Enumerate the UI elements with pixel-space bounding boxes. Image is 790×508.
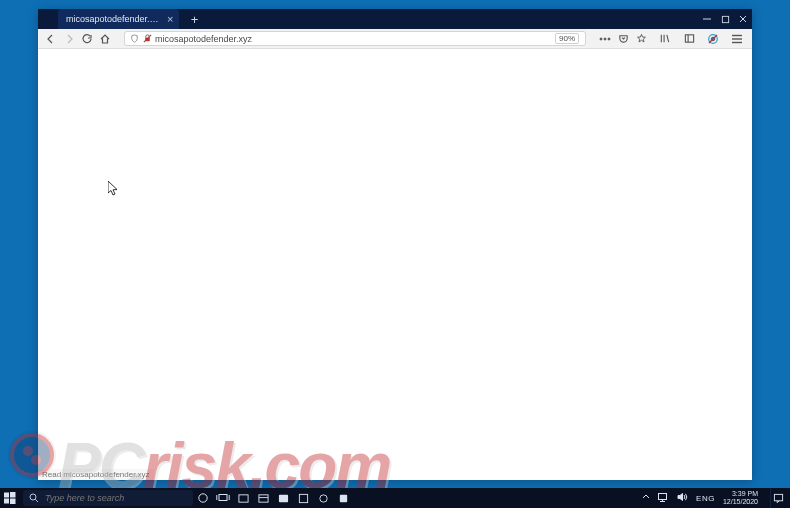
svg-rect-31 (258, 494, 267, 501)
save-pocket-icon[interactable] (616, 32, 630, 46)
svg-rect-21 (10, 492, 16, 498)
cortana-icon[interactable] (193, 488, 213, 508)
shield-icon (129, 34, 139, 44)
firefox-window: micosapotodefender.xyz/ × + (38, 9, 752, 480)
taskbar-app-1[interactable] (233, 488, 253, 508)
tab-close-icon[interactable]: × (167, 13, 173, 25)
svg-point-6 (600, 38, 602, 40)
titlebar: micosapotodefender.xyz/ × + (38, 9, 752, 29)
window-controls (698, 9, 752, 29)
svg-rect-23 (10, 499, 16, 505)
svg-rect-22 (4, 499, 9, 504)
toolbar-right (658, 32, 744, 46)
clock-date: 12/15/2020 (723, 498, 758, 506)
address-bar[interactable]: 90% (124, 31, 586, 46)
svg-rect-20 (4, 493, 9, 498)
svg-point-26 (199, 494, 207, 502)
sidebar-icon[interactable] (682, 32, 696, 46)
start-button[interactable] (0, 488, 20, 508)
window-minimize-button[interactable] (698, 9, 716, 29)
taskbar-app-5[interactable] (313, 488, 333, 508)
tray-chevron-icon[interactable] (642, 493, 650, 503)
svg-rect-34 (299, 494, 307, 502)
svg-rect-30 (238, 494, 247, 501)
svg-rect-27 (219, 495, 227, 501)
status-bar: Read micosapotodefender.xyz (38, 469, 154, 480)
extension-icon[interactable] (706, 32, 720, 46)
window-close-button[interactable] (734, 9, 752, 29)
page-content: Read micosapotodefender.xyz (38, 49, 752, 480)
svg-rect-35 (339, 494, 346, 501)
svg-rect-36 (659, 493, 667, 499)
url-input[interactable] (155, 32, 555, 45)
window-maximize-button[interactable] (716, 9, 734, 29)
browser-tab[interactable]: micosapotodefender.xyz/ × (58, 9, 179, 29)
svg-point-24 (30, 494, 36, 500)
svg-rect-33 (278, 494, 287, 501)
clock-time: 3:39 PM (732, 490, 758, 498)
svg-point-7 (604, 38, 606, 40)
menu-icon[interactable] (730, 32, 744, 46)
taskbar-app-2[interactable] (253, 488, 273, 508)
svg-rect-12 (685, 35, 693, 42)
svg-point-8 (608, 38, 610, 40)
svg-line-25 (35, 499, 38, 502)
tab-title: micosapotodefender.xyz/ (66, 14, 161, 24)
new-tab-button[interactable]: + (185, 11, 203, 27)
search-icon (29, 493, 39, 503)
tray-language[interactable]: ENG (696, 494, 715, 503)
taskbar-search[interactable] (23, 490, 193, 506)
svg-rect-39 (774, 494, 782, 500)
taskbar-app-4[interactable] (293, 488, 313, 508)
zoom-level[interactable]: 90% (555, 33, 579, 44)
bookmark-star-icon[interactable] (634, 32, 648, 46)
tray-clock[interactable]: 3:39 PM 12/15/2020 (723, 490, 762, 506)
tray-volume-icon[interactable] (677, 492, 688, 504)
library-icon[interactable] (658, 32, 672, 46)
taskbar-app-6[interactable] (333, 488, 353, 508)
action-center-icon[interactable] (770, 488, 786, 508)
taskbar: ENG 3:39 PM 12/15/2020 (0, 488, 790, 508)
toolbar: 90% (38, 29, 752, 49)
page-actions-icon[interactable] (598, 32, 612, 46)
taskbar-app-3[interactable] (273, 488, 293, 508)
home-button[interactable] (98, 32, 112, 46)
task-view-icon[interactable] (213, 488, 233, 508)
back-button[interactable] (44, 32, 58, 46)
reload-button[interactable] (80, 32, 94, 46)
lock-warning-icon (142, 34, 152, 44)
taskbar-search-input[interactable] (45, 493, 187, 503)
tray-network-icon[interactable] (658, 493, 669, 504)
svg-rect-1 (722, 16, 728, 22)
svg-line-11 (667, 35, 669, 42)
system-tray: ENG 3:39 PM 12/15/2020 (638, 488, 790, 508)
forward-button[interactable] (62, 32, 76, 46)
